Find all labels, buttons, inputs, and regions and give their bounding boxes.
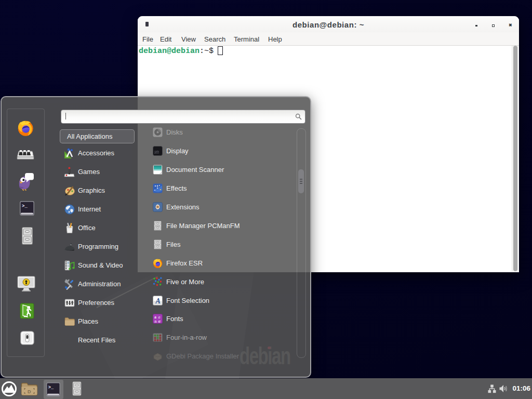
svg-text:>_: >_ (48, 385, 54, 390)
svg-text:α: α (158, 319, 161, 324)
svg-text:a: a (154, 319, 157, 324)
svg-text:A: A (155, 297, 161, 305)
svg-text:D: D (28, 389, 31, 394)
svg-text:>_: >_ (22, 204, 28, 209)
